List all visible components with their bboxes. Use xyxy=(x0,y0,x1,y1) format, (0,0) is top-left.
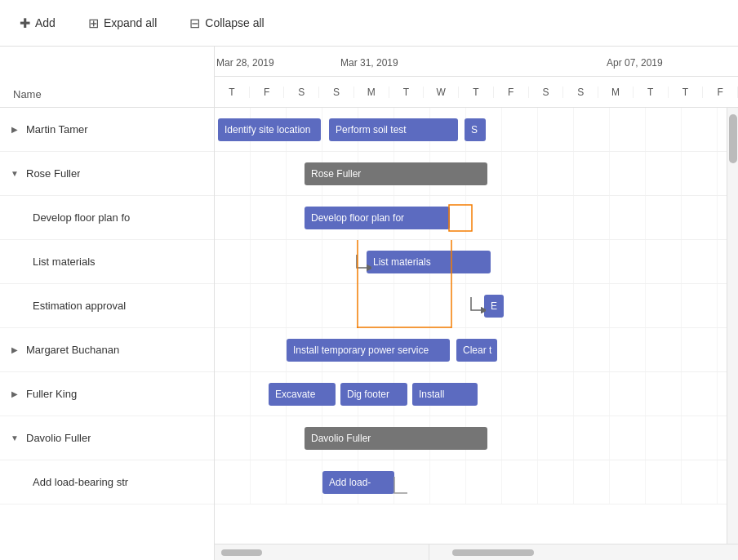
row-margaret-buchanan: ▶ Margaret Buchanan xyxy=(0,328,214,372)
bar-perform-soil[interactable]: Perform soil test xyxy=(329,118,458,141)
label-martin-tamer: Martin Tamer xyxy=(26,123,88,136)
gantt-rows: Identify site location Perform soil test… xyxy=(215,108,727,504)
h-scroll-right xyxy=(429,544,738,560)
gantt-row-add-load: Add load- xyxy=(215,460,727,504)
day-S4: S xyxy=(563,87,598,98)
row-martin-tamer: ▶ Martin Tamer xyxy=(0,108,214,152)
row-fuller-king: ▶ Fuller King xyxy=(0,372,214,416)
label-margaret-buchanan: Margaret Buchanan xyxy=(26,344,119,356)
day-F1: F xyxy=(250,87,285,98)
dep-line-left xyxy=(357,240,358,284)
toggle-right-margaret[interactable]: ▶ xyxy=(7,342,23,358)
v-scroll-thumb[interactable] xyxy=(729,114,737,163)
vertical-scrollbar[interactable] xyxy=(727,108,738,544)
bar-excavate[interactable]: Excavate xyxy=(269,383,336,406)
bottom-bar xyxy=(215,544,738,560)
bar-develop-floor[interactable]: Develop floor plan for xyxy=(305,207,450,229)
bar-clear-t[interactable]: Clear t xyxy=(456,339,497,362)
gantt-content-area: Identify site location Perform soil test… xyxy=(215,108,738,544)
day-S1: S xyxy=(284,87,319,98)
toggle-right-fuller[interactable]: ▶ xyxy=(7,386,23,402)
name-column-header: Name xyxy=(0,47,214,108)
gantt-panel: Mar 28, 2019 Mar 31, 2019 Apr 07, 2019 T… xyxy=(215,47,738,560)
bar-dig-footer[interactable]: Dig footer xyxy=(340,383,407,406)
row-davolio-fuller: ▼ Davolio Fuller xyxy=(0,416,214,460)
gantt-row-davolio: Davolio Fuller xyxy=(215,416,727,460)
gantt-header: Mar 28, 2019 Mar 31, 2019 Apr 07, 2019 T… xyxy=(215,47,738,108)
toggle-right-martin[interactable]: ▶ xyxy=(7,122,23,138)
bar-rose-fuller[interactable]: Rose Fuller xyxy=(305,162,487,185)
label-develop-floor: Develop floor plan fo xyxy=(33,211,130,224)
bar-install[interactable]: Install xyxy=(412,383,478,406)
name-rows: ▶ Martin Tamer ▼ Rose Fuller Develop flo… xyxy=(0,108,214,560)
gantt-row-list-materials: List materials xyxy=(215,240,727,284)
row-list-materials: List materials ⋮ xyxy=(0,240,214,284)
main-container: Name ▶ Martin Tamer ▼ Rose Fuller Develo… xyxy=(0,47,738,560)
label-davolio-fuller: Davolio Fuller xyxy=(26,432,91,444)
collapse-label: Collapse all xyxy=(205,16,264,29)
toggle-down-davolio[interactable]: ▼ xyxy=(7,430,23,447)
label-list-materials: List materials xyxy=(33,256,96,268)
dep-bottom-line xyxy=(357,325,452,330)
day-W1: W xyxy=(424,87,459,98)
bar-s-martin[interactable]: S xyxy=(465,118,486,141)
row-estimation-approval: Estimation approval xyxy=(0,284,214,328)
toolbar: ✚ Add ⊞ Expand all ⊟ Collapse all xyxy=(0,0,738,47)
date-apr07: Apr 07, 2019 xyxy=(607,57,663,69)
gantt-row-estimation: E xyxy=(215,284,727,328)
day-F2: F xyxy=(494,87,529,98)
dep-line-right xyxy=(451,240,452,284)
collapse-all-button[interactable]: ⊟ Collapse all xyxy=(183,12,270,34)
day-M1: M xyxy=(354,87,389,98)
day-T2: T xyxy=(389,87,425,98)
gantt-row-fuller-king: Excavate Dig footer Install xyxy=(215,372,727,416)
day-row: T F S S M T W T F S S M T T F xyxy=(215,77,738,108)
gantt-main: Identify site location Perform soil test… xyxy=(215,108,727,544)
day-S2: S xyxy=(319,87,354,98)
row-rose-fuller: ▼ Rose Fuller xyxy=(0,152,214,196)
toggle-down-rose[interactable]: ▼ xyxy=(7,166,23,182)
date-mar31: Mar 31, 2019 xyxy=(340,57,398,69)
h-scroll-thumb-right[interactable] xyxy=(452,549,534,556)
dep-line-right2 xyxy=(451,284,452,328)
name-panel: Name ▶ Martin Tamer ▼ Rose Fuller Develo… xyxy=(0,47,215,560)
bar-install-power[interactable]: Install temporary power service xyxy=(287,339,450,362)
bar-add-load[interactable]: Add load- xyxy=(322,471,394,494)
row-develop-floor: Develop floor plan fo xyxy=(0,196,214,240)
gantt-row-martin: Identify site location Perform soil test… xyxy=(215,108,727,152)
day-F3: F xyxy=(703,87,738,98)
h-scroll-left xyxy=(215,544,429,560)
gantt-row-rose: Rose Fuller xyxy=(215,152,727,196)
expand-icon: ⊞ xyxy=(88,16,99,31)
bar-identify-site[interactable]: Identify site location xyxy=(218,118,321,141)
day-T3: T xyxy=(459,87,494,98)
h-scroll-thumb-left[interactable] xyxy=(221,549,262,556)
day-M2: M xyxy=(598,87,634,98)
date-mar28: Mar 28, 2019 xyxy=(216,57,274,69)
bracket-add-load xyxy=(393,475,409,495)
gantt-row-develop-floor: Develop floor plan for xyxy=(215,196,727,240)
date-row: Mar 28, 2019 Mar 31, 2019 Apr 07, 2019 xyxy=(215,47,738,77)
label-add-load-bearing: Add load-bearing str xyxy=(33,476,128,488)
collapse-icon: ⊟ xyxy=(189,16,200,31)
expand-label: Expand all xyxy=(104,16,157,29)
add-label: Add xyxy=(35,16,56,29)
bar-davolio-fuller[interactable]: Davolio Fuller xyxy=(305,427,487,450)
day-T1: T xyxy=(215,87,250,98)
bar-estimation[interactable]: E xyxy=(484,295,504,318)
bar-list-materials[interactable]: List materials xyxy=(367,251,491,273)
dep-connector-develop xyxy=(448,204,473,232)
row-add-load-bearing: Add load-bearing str xyxy=(0,460,214,504)
label-rose-fuller: Rose Fuller xyxy=(26,167,80,180)
expand-all-button[interactable]: ⊞ Expand all xyxy=(82,12,163,34)
arrow-estimation xyxy=(469,296,486,316)
dep-line-left2 xyxy=(357,284,358,328)
label-estimation-approval: Estimation approval xyxy=(33,300,126,312)
gantt-row-margaret: Install temporary power service Clear t xyxy=(215,328,727,372)
add-icon: ✚ xyxy=(20,16,30,31)
svg-rect-0 xyxy=(449,205,472,231)
add-button[interactable]: ✚ Add xyxy=(13,12,62,34)
label-fuller-king: Fuller King xyxy=(26,388,77,400)
day-T5: T xyxy=(669,87,704,98)
day-T4: T xyxy=(634,87,669,98)
